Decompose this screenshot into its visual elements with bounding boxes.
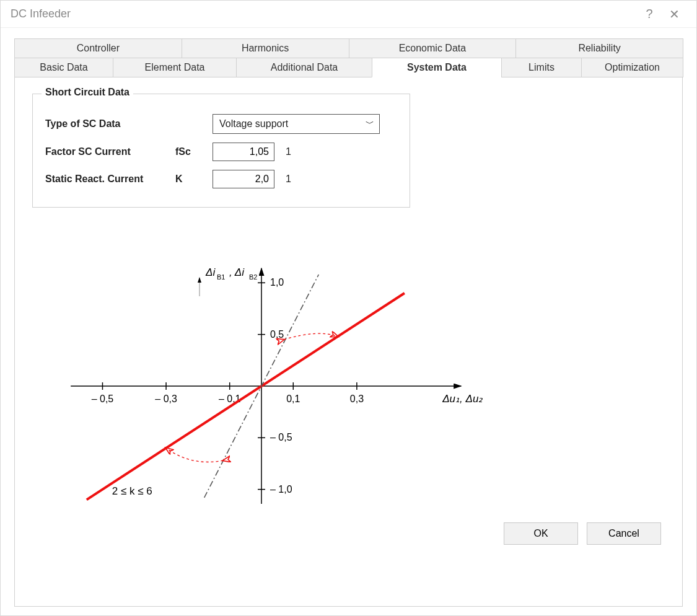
- svg-text:2 ≤ k ≤ 6: 2 ≤ k ≤ 6: [112, 485, 152, 497]
- chart: – 0,5– 0,3– 0,10,10,31,00,5– 0,5– 1,0Δu₁…: [32, 225, 503, 522]
- tab-reliability[interactable]: Reliability: [515, 38, 683, 58]
- short-circuit-group: Short Circuit Data Type of SC Data Volta…: [32, 94, 410, 208]
- row-type: Type of SC Data Voltage support ﹀: [45, 114, 397, 134]
- svg-text:1,0: 1,0: [270, 277, 284, 288]
- svg-text:– 1,0: – 1,0: [270, 484, 292, 495]
- group-title: Short Circuit Data: [42, 87, 133, 98]
- chart-svg: – 0,5– 0,3– 0,10,10,31,00,5– 0,5– 1,0Δu₁…: [32, 225, 503, 522]
- tab-container: Controller Harmonics Economic Data Relia…: [14, 39, 683, 77]
- ok-button[interactable]: OK: [504, 522, 578, 545]
- window-title: DC Infeeder: [11, 7, 71, 20]
- svg-text:B1: B1: [217, 273, 225, 281]
- svg-text:, Δi: , Δi: [229, 266, 245, 278]
- unit-factor: 1: [286, 146, 291, 157]
- titlebar: DC Infeeder ? ✕: [1, 1, 696, 28]
- help-icon[interactable]: ?: [637, 7, 662, 21]
- svg-text:Δi: Δi: [205, 266, 216, 278]
- tab-row-2: Basic Data Element Data Additional Data …: [14, 58, 683, 77]
- tab-limits[interactable]: Limits: [501, 58, 582, 77]
- unit-static: 1: [286, 174, 291, 185]
- tab-basic-data[interactable]: Basic Data: [14, 58, 113, 77]
- content-area: Controller Harmonics Economic Data Relia…: [1, 28, 696, 615]
- row-static: Static React. Current K 1: [45, 170, 397, 188]
- svg-text:– 0,3: – 0,3: [155, 394, 177, 404]
- select-value: Voltage support: [219, 118, 288, 130]
- input-static[interactable]: [213, 170, 274, 188]
- svg-text:0,3: 0,3: [350, 394, 364, 404]
- footer-buttons: OK Cancel: [32, 522, 665, 546]
- cancel-button[interactable]: Cancel: [587, 522, 661, 545]
- tab-row-1: Controller Harmonics Economic Data Relia…: [14, 39, 683, 58]
- dialog-window: DC Infeeder ? ✕ Controller Harmonics Eco…: [0, 0, 697, 616]
- row-factor: Factor SC Current fSc 1: [45, 143, 397, 161]
- symbol-factor: fSc: [175, 146, 213, 157]
- chevron-down-icon: ﹀: [366, 118, 374, 130]
- tab-panel: Short Circuit Data Type of SC Data Volta…: [14, 77, 683, 607]
- tab-element-data[interactable]: Element Data: [113, 58, 237, 77]
- tab-controller[interactable]: Controller: [14, 38, 182, 58]
- tab-harmonics[interactable]: Harmonics: [182, 38, 349, 58]
- label-factor: Factor SC Current: [45, 146, 175, 157]
- close-icon[interactable]: ✕: [662, 7, 686, 22]
- svg-text:0,1: 0,1: [286, 394, 300, 404]
- tab-economic-data[interactable]: Economic Data: [349, 38, 517, 58]
- svg-text:B2: B2: [249, 273, 257, 281]
- symbol-static: K: [175, 174, 213, 185]
- svg-text:– 0,5: – 0,5: [270, 432, 292, 442]
- tab-optimization[interactable]: Optimization: [581, 58, 683, 77]
- tab-additional-data[interactable]: Additional Data: [236, 58, 372, 77]
- svg-text:0,5: 0,5: [270, 329, 284, 340]
- label-type: Type of SC Data: [45, 118, 175, 130]
- svg-text:– 0,5: – 0,5: [92, 394, 114, 404]
- select-sc-type[interactable]: Voltage support ﹀: [213, 114, 380, 134]
- input-factor[interactable]: [213, 143, 274, 161]
- svg-text:Δu₁, Δu₂: Δu₁, Δu₂: [442, 393, 483, 405]
- tab-system-data[interactable]: System Data: [372, 58, 502, 77]
- label-static: Static React. Current: [45, 174, 175, 185]
